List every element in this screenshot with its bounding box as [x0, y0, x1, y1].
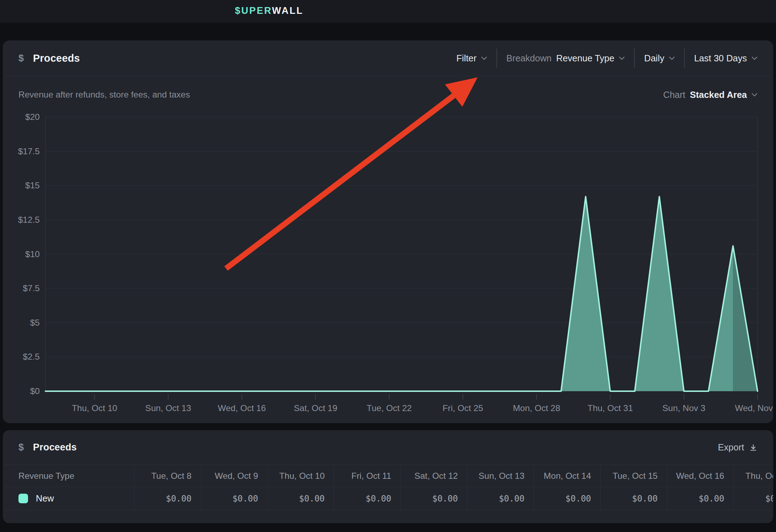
- x-axis-label: Thu, Oct 10: [72, 403, 117, 413]
- column-header-date: Fri, Oct 11: [334, 465, 401, 487]
- x-axis-label: Sun, Oct 13: [145, 403, 191, 413]
- y-axis-label: $10: [25, 249, 40, 259]
- column-header-date: Thu, Oct 10: [267, 465, 334, 487]
- column-header-date: Tue, Oct 8: [134, 465, 201, 487]
- column-header-date: Tue, Oct 15: [600, 465, 667, 487]
- value-cell: $0.00: [267, 487, 334, 510]
- top-bar: $UPERWALL: [0, 0, 776, 23]
- y-axis-label: $7.5: [23, 283, 40, 293]
- row-divider: [3, 510, 773, 510]
- table-title: Proceeds: [33, 442, 77, 453]
- table-row: New$0.00$0.00$0.00$0.00$0.00$0.00$0.00$0…: [3, 487, 773, 510]
- value-cell: $0.00: [600, 487, 667, 510]
- value-cell: $0.00: [667, 487, 734, 510]
- table-card-header: $ Proceeds Export: [3, 430, 773, 465]
- superwall-logo[interactable]: $UPERWALL: [235, 5, 303, 16]
- column-header-date: Sun, Oct 13: [467, 465, 534, 487]
- proceeds-stacked-area-chart[interactable]: $0$2.5$5$7.5$10$12.5$15$17.5$20Thu, Oct …: [3, 40, 773, 423]
- y-axis-label: $5: [30, 318, 40, 327]
- value-cell: $0.00: [534, 487, 600, 510]
- y-axis-label: $12.5: [18, 215, 40, 225]
- logo-accent: $UPER: [235, 5, 272, 16]
- y-axis-label: $15: [25, 181, 40, 190]
- x-axis-label: Sat, Oct 19: [294, 403, 337, 413]
- column-header-date: Wed, Oct 9: [201, 465, 268, 487]
- y-axis-label: $2.5: [23, 352, 40, 361]
- x-axis-label: Tue, Oct 22: [367, 403, 412, 413]
- y-axis-label: $0: [30, 386, 40, 396]
- x-axis-label: Thu, Oct 31: [588, 403, 633, 413]
- value-cell: $0.00: [134, 487, 201, 510]
- red-arrow-annotation: [226, 77, 478, 268]
- series-swatch: [18, 494, 28, 503]
- row-label: New: [36, 493, 54, 504]
- row-label-cell: New: [3, 487, 134, 510]
- column-header-date: Mon, Oct 14: [534, 465, 600, 487]
- value-cell: $0.00: [401, 487, 467, 510]
- value-cell: $0.00: [467, 487, 534, 510]
- value-cell: $0.00: [733, 487, 773, 510]
- proceeds-table-card: $ Proceeds Export Revenue TypeTue, Oct 8…: [3, 430, 773, 523]
- proceeds-table: Revenue TypeTue, Oct 8Wed, Oct 9Thu, Oct…: [3, 465, 773, 523]
- x-axis-label: Wed, Oct 16: [218, 403, 266, 413]
- x-axis-label: Mon, Oct 28: [513, 403, 560, 413]
- column-header-date: Sat, Oct 12: [401, 465, 467, 487]
- x-axis-label: Wed, Nov 6: [735, 403, 773, 413]
- column-header-date: Thu, Oct 17: [733, 465, 773, 487]
- dollar-icon: $: [18, 442, 24, 453]
- y-axis-label: $20: [25, 112, 40, 122]
- download-icon: [749, 443, 758, 452]
- area-fill-new: [45, 196, 758, 391]
- export-label: Export: [718, 442, 744, 453]
- export-button[interactable]: Export: [718, 442, 758, 453]
- y-axis-label: $17.5: [18, 146, 40, 156]
- x-axis-label: Fri, Oct 25: [442, 403, 483, 413]
- proceeds-chart-card: $ Proceeds Filter Breakdown Revenue Type…: [3, 40, 773, 423]
- column-header-revenue-type: Revenue Type: [3, 465, 134, 487]
- x-axis-label: Sun, Nov 3: [662, 403, 705, 413]
- superwall-dashboard: $UPERWALL $ Proceeds Filter Breakdown Re…: [0, 0, 776, 532]
- value-cell: $0.00: [201, 487, 268, 510]
- table-header-row: Revenue TypeTue, Oct 8Wed, Oct 9Thu, Oct…: [3, 465, 773, 487]
- column-header-date: Wed, Oct 16: [667, 465, 734, 487]
- logo-rest: WALL: [272, 5, 303, 16]
- value-cell: $0.00: [334, 487, 401, 510]
